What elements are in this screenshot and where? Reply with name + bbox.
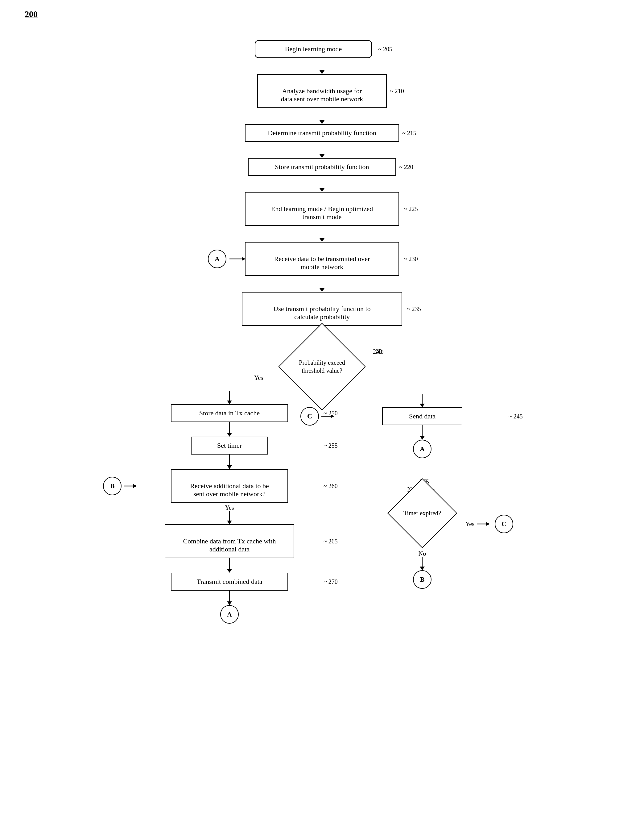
svg-marker-5 [331,414,334,418]
row-225: End learning mode / Begin optimized tran… [19,192,625,226]
arrow-255-260 [227,455,232,469]
box-260: Receive additional data to be sent over … [171,469,288,503]
label-yes-260: Yes [225,504,234,511]
arrow-245-circleA [420,425,425,440]
connector-a-in-230: A [208,250,248,268]
box-230: Receive data to be transmitted over mobi… [245,242,399,276]
row-240: Probability exceedthreshold value? 240 Y… [19,342,625,391]
box-250: Store data in Tx cache [171,404,288,422]
label-235: Use transmit probability function to cal… [273,305,370,321]
sub-branches-260: Yes Combine data from Tx cache with addi… [137,503,322,624]
label-260: Receive additional data to be sent over … [190,482,269,498]
row-255: Set timer ~ 255 [137,437,322,455]
label-250: Store data in Tx cache [199,409,260,417]
label-yes-275: Yes [466,521,474,528]
row-branches: Store data in Tx cache ~ 250 Set timer ~… [19,391,625,624]
circle-a-right-245: A [413,440,431,458]
label-yes-240: Yes [254,374,263,381]
row-215: Determine transmit probability function … [19,124,625,142]
arrow-275-no-circleB: No B [413,550,431,589]
diamond-240-wrapper: Probability exceedthreshold value? [276,345,368,388]
arrow-250-255 [227,422,232,437]
label-255: Set timer [217,442,242,449]
box-255: Set timer [191,437,268,455]
arrow-240-no-245 [420,394,425,408]
row-220: Store transmit probability function ~ 22… [19,158,625,176]
arrow-270-circleA [227,591,232,605]
label-215: Determine transmit probability function [268,129,376,137]
arrow-230-235 [320,276,324,292]
box-235: Use transmit probability function to cal… [242,292,402,326]
ref-270: ~ 270 [324,578,338,585]
label-210: Analyze bandwidth usage for data sent ov… [281,87,363,103]
arrow-205-210 [320,58,324,74]
ref-215: ~ 215 [402,130,417,137]
arrow-b-to-260 [124,483,139,489]
label-245: Send data [409,412,436,420]
row-245: C Send data ~ 245 [337,408,507,425]
row-265: Combine data from Tx cache with addition… [137,524,322,558]
arrow-275-yes-circleC: Yes C [466,515,513,533]
label-275: Timer expired? [404,510,441,517]
connector-b-in-260: B [103,477,139,495]
svg-marker-9 [486,522,490,526]
page: 200 Begin learning mode ~ 205 Analyze ba… [0,0,644,831]
row-230: A Receive data to be transmitted over mo… [19,242,625,276]
label-no-275: No [418,550,426,557]
label-no-240: No [376,348,383,355]
box-220: Store transmit probability function [248,158,396,176]
label-265: Combine data from Tx cache with addition… [183,537,276,553]
label-225: End learning mode / Begin optimized tran… [271,205,373,221]
diamond-275-wrapper: Timer expired? [385,495,459,532]
ref-235: ~ 235 [407,306,421,313]
circle-b-275-no: B [413,570,431,589]
circle-c-275-yes: C [495,515,513,533]
arrow-265-270 [227,558,232,573]
row-235: Use transmit probability function to cal… [19,292,625,326]
arrow-215-220 [320,142,324,158]
ref-255: ~ 255 [324,442,338,449]
ref-230: ~ 230 [404,256,418,263]
ref-245: ~ 245 [509,413,523,420]
label-240: Probability exceedthreshold value? [299,358,345,375]
ref-210: ~ 210 [390,88,404,95]
circle-a-left-230: A [208,250,226,268]
circle-c-left-245: C [301,407,319,425]
ref-220: ~ 220 [399,164,413,170]
diagram-label: 200 [25,9,38,19]
row-205: Begin learning mode ~ 205 [19,40,625,58]
label-270: Transmit combined data [196,578,262,585]
box-205: Begin learning mode [255,40,372,58]
box-270: Transmit combined data [171,573,288,591]
box-265: Combine data from Tx cache with addition… [165,524,294,558]
arrow-225-230 [320,226,324,242]
box-245: Send data [382,408,462,425]
ref-225: ~ 225 [404,205,418,213]
arrow-220-225 [320,176,324,192]
arrow-c-to-245 [321,413,337,419]
box-210: Analyze bandwidth usage for data sent ov… [257,74,387,108]
connector-c-in-245: C [301,407,337,425]
circle-b-left-260: B [103,477,121,495]
arrow-275-yes [477,521,492,527]
ref-205: ~ 205 [378,46,392,53]
left-branch: Store data in Tx cache ~ 250 Set timer ~… [137,391,322,624]
arrow-275-no-down [420,557,425,570]
ref-265: ~ 265 [324,538,338,545]
label-205: Begin learning mode [285,45,342,53]
row-210: Analyze bandwidth usage for data sent ov… [19,74,625,108]
row-270: Transmit combined data ~ 270 [137,573,322,591]
arrow-240-yes-250 [227,391,232,404]
arrow-210-215 [320,108,324,124]
row-260: B Receive additional data to be sent ove… [137,469,322,503]
row-250: Store data in Tx cache ~ 250 [137,404,322,422]
box-225: End learning mode / Begin optimized tran… [245,192,399,226]
box-215: Determine transmit probability function [245,124,399,142]
label-220: Store transmit probability function [275,163,369,170]
arrow-260-yes-265 [227,511,232,524]
ref-260: ~ 260 [324,482,338,490]
label-230: Receive data to be transmitted over mobi… [274,255,370,271]
circle-a-bottom-270: A [220,605,239,624]
svg-marker-3 [133,484,137,488]
flowchart: Begin learning mode ~ 205 Analyze bandwi… [19,31,625,624]
